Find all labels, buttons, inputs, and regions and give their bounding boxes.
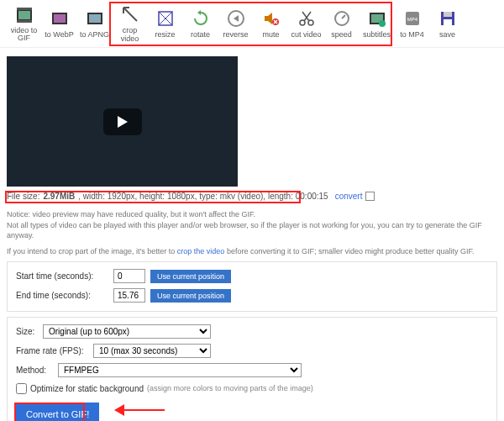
notice-line: If you intend to crop part of the image,… — [7, 247, 177, 255]
tool-save[interactable]: save — [430, 3, 465, 44]
video-player[interactable] — [7, 56, 238, 187]
start-time-input[interactable] — [113, 269, 145, 283]
fps-label: Frame rate (FPS): — [16, 346, 88, 355]
tool-label: cut video — [291, 30, 321, 39]
method-select[interactable]: FFMPEG — [58, 363, 302, 377]
speed-icon — [332, 8, 352, 29]
tool-resize[interactable]: resize — [148, 3, 182, 44]
tool-label: mute — [262, 30, 279, 39]
file-info-rest: , width: 1920px, height: 1080px, type: m… — [78, 192, 328, 201]
tool-cut-video[interactable]: cut video — [289, 3, 323, 44]
mute-icon — [261, 8, 281, 29]
svg-rect-1 — [18, 11, 30, 19]
tool-label: to APNG — [80, 30, 109, 39]
tool-to-webp[interactable]: to WebP — [42, 3, 76, 44]
optimize-sublabel: (assign more colors to moving parts of t… — [147, 384, 313, 392]
tool-label: video to GIF — [11, 27, 38, 42]
film-icon — [14, 5, 34, 25]
crop-video-link[interactable]: crop the video — [177, 247, 225, 255]
file-info: File size: 2.97MiB , width: 1920px, heig… — [7, 192, 497, 201]
tool-label: save — [439, 30, 455, 39]
svg-rect-20 — [444, 12, 452, 17]
svg-rect-5 — [54, 14, 66, 23]
mp4-icon: MP4 — [402, 8, 423, 29]
size-select[interactable]: Original (up to 600px) — [43, 324, 211, 339]
tool-label: rotate — [191, 30, 210, 39]
method-label: Method: — [16, 366, 53, 375]
notice-block: Notice: video preview may have reduced q… — [7, 209, 497, 256]
optimize-label: Optimize for static background — [30, 384, 144, 393]
tool-label: crop video — [113, 26, 147, 43]
use-position-start-button[interactable]: Use current position — [150, 270, 231, 283]
toolbar: video to GIF to WebP to APNG crop video … — [0, 0, 504, 48]
film-icon — [85, 8, 105, 29]
tool-label: to WebP — [45, 30, 73, 39]
file-size: 2.97MiB — [43, 192, 75, 201]
use-position-end-button[interactable]: Use current position — [150, 289, 231, 303]
download-icon[interactable] — [365, 192, 375, 201]
tool-subtitles[interactable]: subtitles — [360, 3, 394, 44]
film-icon — [50, 8, 70, 29]
optimize-checkbox[interactable] — [16, 383, 27, 394]
play-icon[interactable] — [103, 108, 142, 135]
resize-icon — [155, 8, 176, 29]
tool-speed[interactable]: speed — [324, 3, 359, 44]
annotation-arrow — [114, 404, 165, 416]
tool-reverse[interactable]: reverse — [218, 3, 253, 44]
start-time-label: Start time (seconds): — [16, 271, 108, 281]
svg-text:MP4: MP4 — [407, 17, 417, 22]
subtitles-icon — [367, 8, 387, 29]
convert-to-gif-button[interactable]: Convert to GIF! — [16, 403, 99, 421]
svg-point-16 — [379, 20, 386, 27]
time-form: Start time (seconds): Use current positi… — [7, 261, 497, 312]
size-label: Size: — [16, 327, 38, 336]
tool-label: speed — [331, 30, 352, 39]
save-icon — [438, 8, 458, 29]
tool-crop-video[interactable]: crop video — [113, 3, 147, 44]
reverse-icon — [226, 8, 246, 29]
notice-line: Notice: video preview may have reduced q… — [7, 210, 255, 218]
tool-label: reverse — [223, 30, 248, 39]
tool-label: resize — [155, 30, 175, 39]
notice-line: before converting it to GIF; smaller vid… — [224, 247, 474, 255]
end-time-label: End time (seconds): — [16, 291, 108, 300]
tool-to-apng[interactable]: to APNG — [77, 3, 112, 44]
svg-rect-7 — [89, 14, 101, 23]
tool-to-mp4[interactable]: MP4to MP4 — [395, 3, 429, 44]
tool-mute[interactable]: mute — [254, 3, 288, 44]
notice-line: Not all types of video can be played wit… — [7, 221, 482, 240]
scissors-icon — [297, 8, 317, 29]
svg-rect-3 — [17, 20, 32, 23]
file-info-prefix: File size: — [7, 192, 39, 201]
tool-label: subtitles — [363, 30, 391, 39]
crop-icon — [120, 4, 140, 24]
tool-label: to MP4 — [400, 30, 424, 39]
convert-link[interactable]: convert — [335, 192, 363, 201]
svg-rect-21 — [444, 19, 452, 25]
tool-rotate[interactable]: rotate — [183, 3, 218, 44]
svg-rect-2 — [17, 8, 32, 10]
end-time-input[interactable] — [113, 288, 145, 303]
rotate-icon — [191, 8, 211, 29]
fps-select[interactable]: 10 (max 30 seconds) — [93, 344, 211, 358]
tool-video-to-gif[interactable]: video to GIF — [7, 3, 41, 44]
options-form: Size: Original (up to 600px) Frame rate … — [7, 317, 497, 421]
